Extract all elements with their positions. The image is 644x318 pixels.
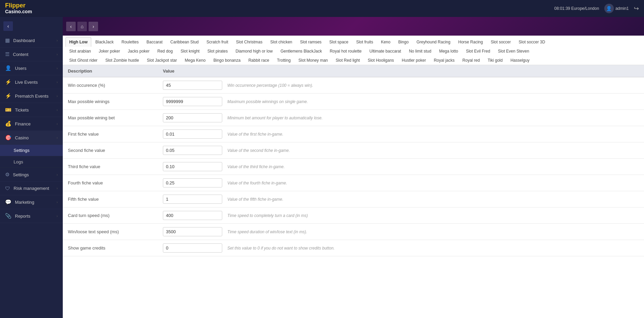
tab-hustler-poker[interactable]: Hustler poker: [398, 56, 430, 65]
table-row: Show game creditsSet this value to 0 if …: [63, 240, 644, 256]
tab-royal-hot-roulette[interactable]: Royal hot roulette: [326, 46, 365, 56]
tab-slot-ghost-rider[interactable]: Slot Ghost rider: [65, 56, 101, 65]
tab-bingo[interactable]: Bingo: [395, 37, 413, 46]
tab-joker-poker[interactable]: Joker poker: [95, 46, 124, 56]
field-input-third-fiche-value[interactable]: [163, 162, 222, 171]
tab-royal-jacks[interactable]: Royal jacks: [430, 56, 458, 65]
tab-slot-zombie-hustle[interactable]: Slot Zombie hustle: [101, 56, 143, 65]
field-input-win-occurrence[interactable]: [163, 81, 222, 90]
header-right: 08:01:39 Europe/London 👤 admin1 ↪: [554, 4, 639, 13]
tab-slot-even-steven[interactable]: Slot Even Steven: [494, 46, 533, 56]
sidebar-item-reports[interactable]: 📎 Reports ›: [0, 209, 63, 223]
tab-slot-chicken[interactable]: Slot chicken: [267, 37, 296, 46]
tab-tiki-gold[interactable]: Tiki gold: [484, 56, 506, 65]
tab-scratch-fruit[interactable]: Scratch fruit: [203, 37, 232, 46]
tab-slot-ramses[interactable]: Slot ramses: [296, 37, 325, 46]
sidebar-item-prematch-events[interactable]: ⚡ Prematch Events ›: [0, 89, 63, 103]
sidebar-item-casino[interactable]: 🎯 Casino ›: [0, 131, 63, 145]
field-input-win-loose-text-speed[interactable]: [163, 227, 222, 236]
field-input-fifth-fiche-value[interactable]: [163, 195, 222, 204]
sidebar-item-logs-sub[interactable]: Logs: [0, 156, 63, 168]
tab-slot-money-man[interactable]: Slot Money man: [295, 56, 332, 65]
field-input-show-game-credits[interactable]: [163, 243, 222, 253]
chevron-right-icon: ›: [57, 136, 58, 140]
tab-mega-keno[interactable]: Mega Keno: [181, 56, 209, 65]
field-hint-max-possible-wining-bet: Minimum bet amount for player to automat…: [227, 116, 323, 120]
tab-slot-hooligans[interactable]: Slot Hooligans: [364, 56, 398, 65]
tab-hasselguy[interactable]: Hasselguy: [507, 56, 533, 65]
tab-slot-soccer-3d[interactable]: Slot soccer 3D: [515, 37, 549, 46]
tab-slot-knight[interactable]: Slot knight: [177, 46, 203, 56]
tab-slot-fruits[interactable]: Slot fruits: [353, 37, 377, 46]
tab-slot-soccer[interactable]: Slot soccer: [487, 37, 514, 46]
sidebar-item-settings[interactable]: ⚙ Settings ›: [0, 168, 63, 182]
field-input-first-fiche-value[interactable]: [163, 130, 222, 139]
field-label-win-occurrence: Win occurence (%): [63, 77, 158, 94]
tab-horse-racing[interactable]: Horse Racing: [454, 37, 487, 46]
sidebar-item-marketing[interactable]: 💬 Marketing ›: [0, 195, 63, 209]
tab-high-low[interactable]: High Low: [65, 37, 91, 47]
username-label: admin1: [615, 6, 629, 11]
settings-icon: ⚙: [5, 172, 10, 178]
banner-back-button[interactable]: ‹: [66, 22, 76, 31]
field-label-card-turn-speed: Card turn speed (ms): [63, 207, 158, 224]
logout-icon[interactable]: ↪: [634, 5, 639, 12]
tabs-row-2: Slot arabianJoker pokerJacks pokerRed do…: [65, 46, 641, 56]
tab-slot-evil-fred[interactable]: Slot Evil Fred: [462, 46, 494, 56]
prematch-icon: ⚡: [5, 93, 12, 99]
tab-slot-pirates[interactable]: Slot pirates: [204, 46, 231, 56]
col-value: Value: [158, 65, 644, 77]
tab-blackjack[interactable]: BlackJack: [92, 37, 117, 46]
banner: ‹ ⌂ ›: [63, 17, 644, 36]
tab-gentlemens-blackjack[interactable]: Gentlemens BlackJack: [277, 46, 326, 56]
sidebar-label-risk-management: Risk management: [14, 186, 57, 191]
field-hint-card-turn-speed: Time speed to completely turn a card (in…: [227, 213, 308, 218]
tab-no-limit-stud[interactable]: No limit stud: [405, 46, 435, 56]
tab-trotting[interactable]: Trotting: [273, 56, 294, 65]
sidebar-label-settings: Settings: [13, 172, 57, 177]
sidebar-item-tickets[interactable]: 🎫 Tickets ›: [0, 103, 63, 117]
field-value-cell-first-fiche-value: Value of the first fiche in-game.: [158, 126, 644, 142]
tab-greyhound-racing[interactable]: Greyhound Racing: [413, 37, 454, 46]
field-value-cell-second-fiche-value: Value of the second fiche in-game.: [158, 142, 644, 159]
tab-roulettes[interactable]: Roulettes: [118, 37, 143, 46]
sidebar-item-risk-management[interactable]: 🛡 Risk management ›: [0, 182, 63, 195]
sidebar-item-settings-sub[interactable]: Settings: [0, 145, 63, 156]
tab-ultimate-baccarat[interactable]: Ultimate baccarat: [366, 46, 405, 56]
field-value-cell-max-possible-wining-bet: Minimum bet amount for player to automat…: [158, 110, 644, 126]
sidebar-item-live-events[interactable]: ⚡ Live Events ›: [0, 75, 63, 89]
finance-icon: 💰: [5, 121, 12, 127]
tab-royal-red[interactable]: Royal red: [459, 56, 484, 65]
banner-home-button[interactable]: ⌂: [77, 22, 87, 31]
tab-slot-jackpot-star[interactable]: Slot Jackpot star: [143, 56, 181, 65]
banner-forward-button[interactable]: ›: [89, 22, 98, 31]
tab-rabbit-race[interactable]: Rabbit race: [245, 56, 273, 65]
tab-caribbean-stud[interactable]: Caribbean Stud: [167, 37, 202, 46]
tab-slot-arabian[interactable]: Slot arabian: [65, 46, 95, 56]
tab-diamond-high-or-low[interactable]: Diamond high or low: [232, 46, 276, 56]
tab-bingo-bonanza[interactable]: Bingo bonanza: [210, 56, 244, 65]
field-input-second-fiche-value[interactable]: [163, 146, 222, 155]
field-input-fourth-fiche-value[interactable]: [163, 178, 222, 187]
field-input-max-possible-wining-bet[interactable]: [163, 113, 222, 122]
field-input-card-turn-speed[interactable]: [163, 211, 222, 220]
sidebar-item-content[interactable]: ☰ Content ›: [0, 47, 63, 61]
field-hint-fourth-fiche-value: Value of the fourth fiche in-game.: [227, 181, 287, 185]
tab-red-dog[interactable]: Red dog: [154, 46, 176, 56]
tab-keno[interactable]: Keno: [377, 37, 394, 46]
sidebar-item-users[interactable]: 👤 Users ›: [0, 61, 63, 75]
tab-slot-space[interactable]: Slot space: [326, 37, 352, 46]
tab-jacks-poker[interactable]: Jacks poker: [124, 46, 153, 56]
tab-slot-christmas[interactable]: Slot Christmas: [232, 37, 266, 46]
tab-mega-lotto[interactable]: Mega lotto: [435, 46, 462, 56]
sidebar-item-dashboard[interactable]: ▦ Dashboard ›: [0, 34, 63, 47]
sidebar-back-button[interactable]: ‹: [3, 21, 13, 31]
tab-baccarat[interactable]: Baccarat: [143, 37, 166, 46]
live-events-icon: ⚡: [5, 79, 12, 85]
tab-slot-red-light[interactable]: Slot Red light: [332, 56, 363, 65]
field-input-max-possible-winings[interactable]: [163, 97, 222, 106]
sidebar-item-finance[interactable]: 💰 Finance ›: [0, 117, 63, 131]
chevron-right-icon: ›: [57, 108, 58, 112]
field-value-cell-win-loose-text-speed: Time speed duration of win/lose text (in…: [158, 224, 644, 240]
field-value-cell-fourth-fiche-value: Value of the fourth fiche in-game.: [158, 175, 644, 191]
